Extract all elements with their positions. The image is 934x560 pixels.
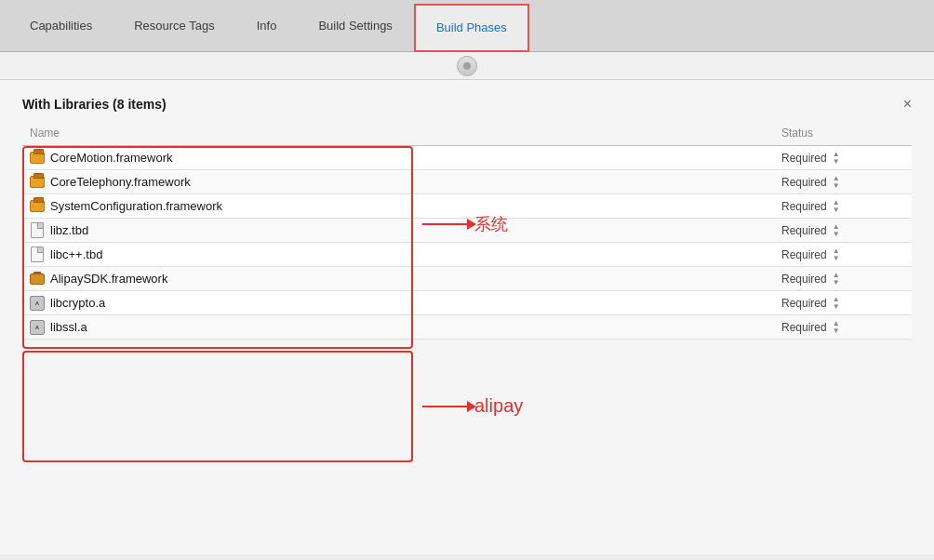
library-list: 系统 alipay CoreMotion.framework Required … bbox=[22, 146, 912, 340]
column-headers: Name Status bbox=[22, 123, 912, 146]
item-name: libcrypto.a bbox=[50, 296, 781, 310]
alipay-arrow-line bbox=[422, 406, 469, 407]
file-icon bbox=[28, 246, 47, 264]
scroll-indicator-row bbox=[0, 52, 934, 80]
tab-bar: Capabilities Resource Tags Info Build Se… bbox=[0, 0, 934, 52]
item-name: libssl.a bbox=[50, 320, 781, 334]
item-name: SystemConfiguration.framework bbox=[50, 199, 781, 213]
item-status: Required ▲▼ bbox=[781, 175, 912, 190]
framework-icon bbox=[28, 197, 47, 216]
stepper-icon[interactable]: ▲▼ bbox=[833, 175, 840, 190]
item-status: Required ▲▼ bbox=[781, 199, 912, 214]
annotation-alipay: alipay bbox=[422, 395, 523, 417]
framework-sm-icon bbox=[28, 270, 47, 288]
section-title: With Libraries (8 items) bbox=[22, 97, 167, 112]
close-button[interactable]: × bbox=[903, 97, 912, 112]
list-item[interactable]: libc++.tbd Required ▲▼ bbox=[22, 243, 912, 267]
section-header: With Libraries (8 items) × bbox=[22, 97, 912, 112]
stepper-icon[interactable]: ▲▼ bbox=[833, 223, 840, 238]
item-name: CoreTelephony.framework bbox=[50, 175, 781, 189]
list-item[interactable]: CoreMotion.framework Required ▲▼ bbox=[22, 146, 912, 170]
item-name: AlipaySDK.framework bbox=[50, 272, 781, 286]
col-name-header: Name bbox=[22, 127, 781, 140]
list-item[interactable]: CoreTelephony.framework Required ▲▼ bbox=[22, 170, 912, 194]
alipay-label: alipay bbox=[474, 395, 523, 417]
list-item[interactable]: AlipaySDK.framework Required ▲▼ bbox=[22, 267, 912, 291]
stepper-icon[interactable]: ▲▼ bbox=[833, 151, 840, 166]
stepper-icon[interactable]: ▲▼ bbox=[833, 199, 840, 214]
item-name: libc++.tbd bbox=[50, 247, 781, 261]
scroll-handle[interactable] bbox=[457, 56, 477, 76]
item-status: Required ▲▼ bbox=[781, 272, 912, 287]
tab-info[interactable]: Info bbox=[236, 0, 299, 52]
item-status: Required ▲▼ bbox=[781, 247, 912, 262]
list-item[interactable]: SystemConfiguration.framework Required ▲… bbox=[22, 194, 912, 219]
stepper-icon[interactable]: ▲▼ bbox=[833, 272, 840, 287]
item-status: Required ▲▼ bbox=[781, 151, 912, 166]
list-item[interactable]: libz.tbd Required ▲▼ bbox=[22, 219, 912, 243]
file-icon bbox=[28, 221, 47, 240]
tab-build-settings[interactable]: Build Settings bbox=[298, 0, 414, 52]
col-status-header: Status bbox=[781, 127, 912, 140]
item-status: Required ▲▼ bbox=[781, 223, 912, 238]
tab-resource-tags[interactable]: Resource Tags bbox=[113, 0, 235, 52]
archive-icon: A bbox=[28, 318, 47, 337]
stepper-icon[interactable]: ▲▼ bbox=[833, 320, 840, 335]
main-content: With Libraries (8 items) × Name Status 系… bbox=[0, 80, 934, 554]
tab-build-phases[interactable]: Build Phases bbox=[414, 4, 529, 52]
item-status: Required ▲▼ bbox=[781, 296, 912, 311]
item-status: Required ▲▼ bbox=[781, 320, 912, 335]
stepper-icon[interactable]: ▲▼ bbox=[833, 296, 840, 311]
list-item[interactable]: A libssl.a Required ▲▼ bbox=[22, 315, 912, 340]
list-item[interactable]: A libcrypto.a Required ▲▼ bbox=[22, 291, 912, 315]
alipay-arrow bbox=[422, 406, 469, 407]
item-name: CoreMotion.framework bbox=[50, 151, 781, 165]
annotation-box-alipay bbox=[22, 351, 413, 462]
stepper-icon[interactable]: ▲▼ bbox=[833, 247, 840, 262]
framework-icon bbox=[28, 173, 47, 192]
tab-capabilities[interactable]: Capabilities bbox=[9, 0, 113, 52]
framework-icon bbox=[28, 149, 47, 167]
item-name: libz.tbd bbox=[50, 223, 781, 237]
archive-icon: A bbox=[28, 294, 47, 313]
